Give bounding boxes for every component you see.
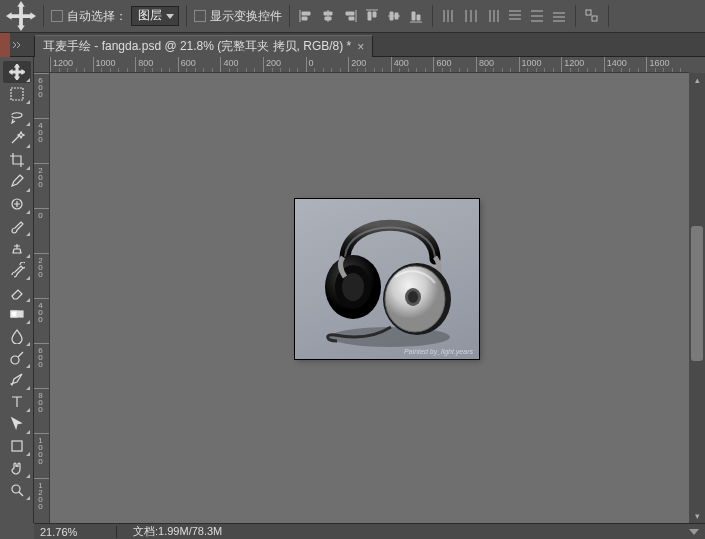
ruler-label: 600 <box>181 58 196 68</box>
show-transform-label: 显示变换控件 <box>210 8 282 25</box>
separator <box>116 526 117 538</box>
zoom-level[interactable]: 21.76% <box>40 526 100 538</box>
separator <box>575 5 576 27</box>
vertical-scrollbar[interactable]: ▴ ▾ <box>689 73 705 523</box>
ruler-label: 200 <box>36 166 44 187</box>
svg-rect-2 <box>11 88 23 100</box>
gradient-tool[interactable] <box>3 303 31 325</box>
ruler-tick: 1000 <box>34 433 50 434</box>
ruler-tick: 200 <box>263 57 264 73</box>
hand-tool[interactable] <box>3 457 31 479</box>
separator <box>186 5 187 27</box>
dist-h-center-button[interactable] <box>462 7 480 25</box>
ruler-label: 400 <box>36 121 44 142</box>
document-info[interactable]: 文档:1.99M/78.3M <box>133 524 222 539</box>
scrollbar-thumb[interactable] <box>691 226 703 361</box>
ruler-label: 200 <box>36 256 44 277</box>
move-tool-indicator-icon <box>6 4 36 28</box>
rectangle-tool[interactable] <box>3 435 31 457</box>
double-chevron-icon[interactable] <box>12 40 22 50</box>
lasso-tool[interactable] <box>3 105 31 127</box>
document-tab-title: 耳麦手绘 - fangda.psd @ 21.8% (完整耳夹 拷贝, RGB/… <box>43 38 351 55</box>
options-bar: 自动选择： 图层 显示变换控件 <box>0 0 705 33</box>
toolbox <box>0 57 34 523</box>
svg-rect-5 <box>11 311 17 317</box>
ruler-tick: 1400 <box>604 57 605 73</box>
eyedropper-tool[interactable] <box>3 171 31 193</box>
crop-tool[interactable] <box>3 149 31 171</box>
auto-align-button[interactable] <box>583 7 601 25</box>
align-bottom-edges-button[interactable] <box>407 7 425 25</box>
svg-rect-7 <box>12 441 22 451</box>
svg-point-8 <box>12 485 20 493</box>
history-brush-tool[interactable] <box>3 259 31 281</box>
headphones-illustration <box>295 199 479 359</box>
layer-group-select[interactable]: 图层 <box>131 6 179 26</box>
ruler-label: 600 <box>36 346 44 367</box>
dodge-tool[interactable] <box>3 347 31 369</box>
dist-left-button[interactable] <box>440 7 458 25</box>
zoom-tool[interactable] <box>3 479 31 501</box>
ruler-label: 200 <box>266 58 281 68</box>
ruler-tick: 800 <box>135 57 136 73</box>
separator <box>432 5 433 27</box>
ruler-tick: 600 <box>178 57 179 73</box>
blur-tool[interactable] <box>3 325 31 347</box>
auto-select-checkbox[interactable]: 自动选择： <box>51 8 127 25</box>
ruler-label: 1000 <box>522 58 542 68</box>
checkbox-icon <box>194 10 206 22</box>
scroll-down-arrow-icon[interactable]: ▾ <box>689 509 705 523</box>
ruler-tick: 1600 <box>646 57 647 73</box>
status-menu-chevron-icon[interactable] <box>689 529 699 535</box>
ruler-label: 400 <box>394 58 409 68</box>
separator <box>608 5 609 27</box>
dist-right-button[interactable] <box>484 7 502 25</box>
ruler-tick: 800 <box>476 57 477 73</box>
svg-point-12 <box>342 273 364 301</box>
magic-wand-tool[interactable] <box>3 127 31 149</box>
ruler-label: 1600 <box>649 58 669 68</box>
vertical-ruler[interactable]: 6004002000200400600800100012001400 <box>34 73 50 523</box>
close-tab-button[interactable]: × <box>357 40 364 54</box>
ruler-label: 800 <box>36 391 44 412</box>
document-viewport[interactable]: Painted by_light.years <box>50 73 689 523</box>
eraser-tool[interactable] <box>3 281 31 303</box>
horizontal-ruler[interactable]: 1200100080060040020002004006008001000120… <box>50 57 689 73</box>
ruler-tick: 1000 <box>93 57 94 73</box>
clone-stamp-tool[interactable] <box>3 237 31 259</box>
ruler-label: 1000 <box>96 58 116 68</box>
align-right-edges-button[interactable] <box>341 7 359 25</box>
ruler-label: 800 <box>479 58 494 68</box>
align-left-edges-button[interactable] <box>297 7 315 25</box>
ruler-origin-corner[interactable] <box>34 57 50 73</box>
move-tool[interactable] <box>3 61 31 83</box>
dist-bottom-button[interactable] <box>550 7 568 25</box>
separator <box>289 5 290 27</box>
align-v-centers-button[interactable] <box>385 7 403 25</box>
path-select-tool[interactable] <box>3 413 31 435</box>
show-transform-checkbox[interactable]: 显示变换控件 <box>194 8 282 25</box>
ruler-tick: 400 <box>220 57 221 73</box>
ruler-label: 800 <box>138 58 153 68</box>
spot-heal-tool[interactable] <box>3 193 31 215</box>
ruler-tick: 1200 <box>34 478 50 479</box>
document-tab[interactable]: 耳麦手绘 - fangda.psd @ 21.8% (完整耳夹 拷贝, RGB/… <box>34 35 373 57</box>
dist-top-button[interactable] <box>506 7 524 25</box>
ruler-tick: 200 <box>34 253 50 254</box>
brush-tool[interactable] <box>3 215 31 237</box>
rect-marquee-tool[interactable] <box>3 83 31 105</box>
ruler-label: 1200 <box>36 481 44 509</box>
type-tool[interactable] <box>3 391 31 413</box>
document-canvas[interactable]: Painted by_light.years <box>295 199 479 359</box>
dist-v-center-button[interactable] <box>528 7 546 25</box>
ruler-tick: 600 <box>34 343 50 344</box>
scroll-up-arrow-icon[interactable]: ▴ <box>689 73 705 87</box>
svg-point-6 <box>11 356 19 364</box>
align-top-edges-button[interactable] <box>363 7 381 25</box>
pen-tool[interactable] <box>3 369 31 391</box>
align-h-centers-button[interactable] <box>319 7 337 25</box>
checkbox-icon <box>51 10 63 22</box>
status-bar: 21.76% 文档:1.99M/78.3M <box>34 523 705 539</box>
ruler-label: 400 <box>36 301 44 322</box>
separator <box>43 5 44 27</box>
